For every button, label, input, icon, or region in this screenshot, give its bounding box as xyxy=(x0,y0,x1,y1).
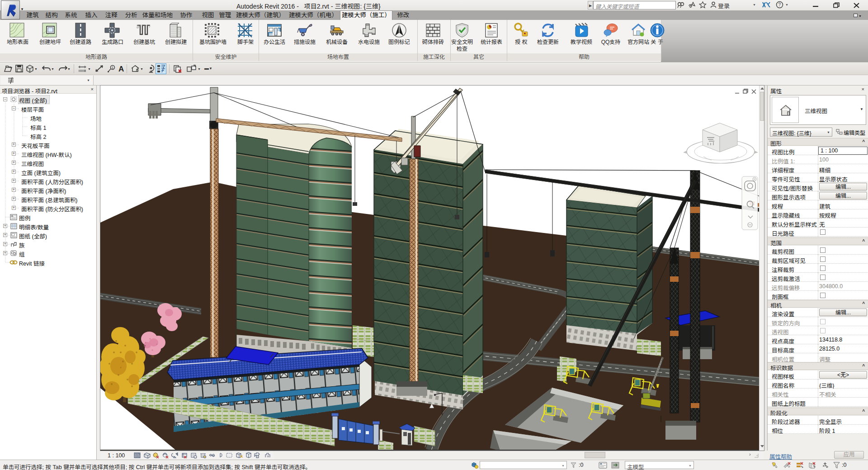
svg-text:?: ? xyxy=(778,2,781,7)
svg-text:A: A xyxy=(118,65,124,73)
svg-text:1: 1 xyxy=(112,66,114,70)
